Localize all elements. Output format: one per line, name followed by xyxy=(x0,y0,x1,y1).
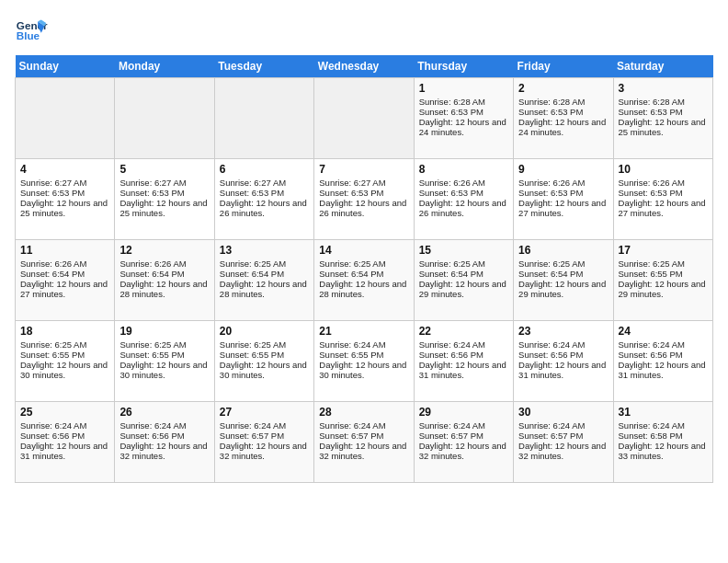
day-number: 22 xyxy=(419,325,508,338)
sunrise: Sunrise: 6:24 AM xyxy=(319,339,385,350)
sunset: Sunset: 6:58 PM xyxy=(619,431,683,441)
day-number: 5 xyxy=(119,163,209,176)
calendar-cell: 29Sunrise: 6:24 AMSunset: 6:57 PMDayligh… xyxy=(414,402,513,483)
calendar-cell: 5Sunrise: 6:27 AMSunset: 6:53 PMDaylight… xyxy=(115,159,214,240)
sunrise: Sunrise: 6:25 AM xyxy=(119,339,186,350)
logo-icon: General Blue xyxy=(15,15,48,48)
daylight: Daylight: 12 hours and 31 minutes. xyxy=(518,360,606,380)
sunrise: Sunrise: 6:28 AM xyxy=(619,97,685,107)
daylight: Daylight: 12 hours and 33 minutes. xyxy=(619,441,706,461)
sunset: Sunset: 6:53 PM xyxy=(20,188,85,198)
sunrise: Sunrise: 6:25 AM xyxy=(419,259,485,269)
day-number: 21 xyxy=(319,325,408,338)
daylight: Daylight: 12 hours and 25 minutes. xyxy=(119,198,207,218)
sunset: Sunset: 6:56 PM xyxy=(419,350,483,360)
sunset: Sunset: 6:55 PM xyxy=(619,269,683,279)
day-number: 16 xyxy=(518,244,608,257)
day-number: 24 xyxy=(619,325,708,338)
daylight: Daylight: 12 hours and 31 minutes. xyxy=(619,360,706,380)
calendar-cell: 18Sunrise: 6:25 AMSunset: 6:55 PMDayligh… xyxy=(16,321,115,402)
daylight: Daylight: 12 hours and 28 minutes. xyxy=(119,279,207,299)
daylight: Daylight: 12 hours and 28 minutes. xyxy=(220,279,307,299)
sunset: Sunset: 6:53 PM xyxy=(619,107,683,117)
sunrise: Sunrise: 6:25 AM xyxy=(518,259,585,269)
sunset: Sunset: 6:54 PM xyxy=(319,269,383,279)
day-number: 13 xyxy=(220,244,309,257)
week-row-5: 25Sunrise: 6:24 AMSunset: 6:56 PMDayligh… xyxy=(16,402,713,483)
day-number: 17 xyxy=(619,244,708,257)
week-row-4: 18Sunrise: 6:25 AMSunset: 6:55 PMDayligh… xyxy=(16,321,713,402)
sunrise: Sunrise: 6:24 AM xyxy=(220,420,286,431)
day-number: 6 xyxy=(220,163,309,176)
calendar-table: SundayMondayTuesdayWednesdayThursdayFrid… xyxy=(15,55,713,483)
daylight: Daylight: 12 hours and 30 minutes. xyxy=(20,360,108,380)
sunrise: Sunrise: 6:27 AM xyxy=(20,178,86,188)
sunrise: Sunrise: 6:26 AM xyxy=(20,259,86,269)
day-number: 9 xyxy=(518,163,608,176)
sunset: Sunset: 6:54 PM xyxy=(518,269,583,279)
calendar-cell: 3Sunrise: 6:28 AMSunset: 6:53 PMDaylight… xyxy=(613,78,712,159)
sunset: Sunset: 6:53 PM xyxy=(319,188,383,198)
sunrise: Sunrise: 6:25 AM xyxy=(220,339,286,350)
day-number: 28 xyxy=(319,406,408,419)
day-number: 15 xyxy=(419,244,508,257)
sunset: Sunset: 6:55 PM xyxy=(319,350,383,360)
calendar-cell: 15Sunrise: 6:25 AMSunset: 6:54 PMDayligh… xyxy=(414,240,513,321)
sunrise: Sunrise: 6:24 AM xyxy=(518,420,585,431)
day-number: 25 xyxy=(20,406,109,419)
calendar-cell: 14Sunrise: 6:25 AMSunset: 6:54 PMDayligh… xyxy=(314,240,414,321)
day-header-saturday: Saturday xyxy=(613,55,712,78)
daylight: Daylight: 12 hours and 32 minutes. xyxy=(119,441,207,461)
day-number: 31 xyxy=(619,406,708,419)
daylight: Daylight: 12 hours and 30 minutes. xyxy=(220,360,307,380)
daylight: Daylight: 12 hours and 29 minutes. xyxy=(518,279,606,299)
day-number: 8 xyxy=(419,163,508,176)
calendar-cell: 17Sunrise: 6:25 AMSunset: 6:55 PMDayligh… xyxy=(613,240,712,321)
sunrise: Sunrise: 6:26 AM xyxy=(419,178,485,188)
sunset: Sunset: 6:56 PM xyxy=(518,350,583,360)
day-number: 4 xyxy=(20,163,109,176)
day-header-tuesday: Tuesday xyxy=(214,55,313,78)
sunset: Sunset: 6:56 PM xyxy=(619,350,683,360)
day-header-monday: Monday xyxy=(115,55,214,78)
sunrise: Sunrise: 6:24 AM xyxy=(518,339,585,350)
daylight: Daylight: 12 hours and 32 minutes. xyxy=(220,441,307,461)
calendar-cell xyxy=(214,78,313,159)
logo: General Blue xyxy=(15,15,48,48)
calendar-cell: 1Sunrise: 6:28 AMSunset: 6:53 PMDaylight… xyxy=(414,78,513,159)
day-number: 12 xyxy=(119,244,209,257)
day-number: 3 xyxy=(619,82,708,95)
calendar-cell xyxy=(115,78,214,159)
daylight: Daylight: 12 hours and 32 minutes. xyxy=(518,441,606,461)
day-number: 19 xyxy=(119,325,209,338)
calendar-cell: 25Sunrise: 6:24 AMSunset: 6:56 PMDayligh… xyxy=(16,402,115,483)
sunset: Sunset: 6:56 PM xyxy=(119,431,184,441)
sunrise: Sunrise: 6:24 AM xyxy=(119,420,186,431)
daylight: Daylight: 12 hours and 24 minutes. xyxy=(518,117,606,137)
day-number: 10 xyxy=(619,163,708,176)
daylight: Daylight: 12 hours and 30 minutes. xyxy=(119,360,207,380)
sunrise: Sunrise: 6:25 AM xyxy=(220,259,286,269)
calendar-cell xyxy=(314,78,414,159)
week-row-3: 11Sunrise: 6:26 AMSunset: 6:54 PMDayligh… xyxy=(16,240,713,321)
sunset: Sunset: 6:53 PM xyxy=(518,107,583,117)
sunset: Sunset: 6:57 PM xyxy=(220,431,284,441)
calendar-cell: 9Sunrise: 6:26 AMSunset: 6:53 PMDaylight… xyxy=(514,159,613,240)
calendar-cell: 31Sunrise: 6:24 AMSunset: 6:58 PMDayligh… xyxy=(613,402,712,483)
sunset: Sunset: 6:55 PM xyxy=(20,350,85,360)
day-number: 29 xyxy=(419,406,508,419)
sunrise: Sunrise: 6:28 AM xyxy=(419,97,485,107)
calendar-cell: 21Sunrise: 6:24 AMSunset: 6:55 PMDayligh… xyxy=(314,321,414,402)
day-number: 30 xyxy=(518,406,608,419)
day-number: 26 xyxy=(119,406,209,419)
sunrise: Sunrise: 6:27 AM xyxy=(119,178,186,188)
day-number: 20 xyxy=(220,325,309,338)
sunset: Sunset: 6:53 PM xyxy=(220,188,284,198)
daylight: Daylight: 12 hours and 27 minutes. xyxy=(518,198,606,218)
calendar-cell: 20Sunrise: 6:25 AMSunset: 6:55 PMDayligh… xyxy=(214,321,313,402)
daylight: Daylight: 12 hours and 28 minutes. xyxy=(319,279,406,299)
calendar-cell: 30Sunrise: 6:24 AMSunset: 6:57 PMDayligh… xyxy=(514,402,613,483)
sunrise: Sunrise: 6:24 AM xyxy=(619,339,685,350)
sunset: Sunset: 6:54 PM xyxy=(20,269,85,279)
calendar-cell xyxy=(16,78,115,159)
